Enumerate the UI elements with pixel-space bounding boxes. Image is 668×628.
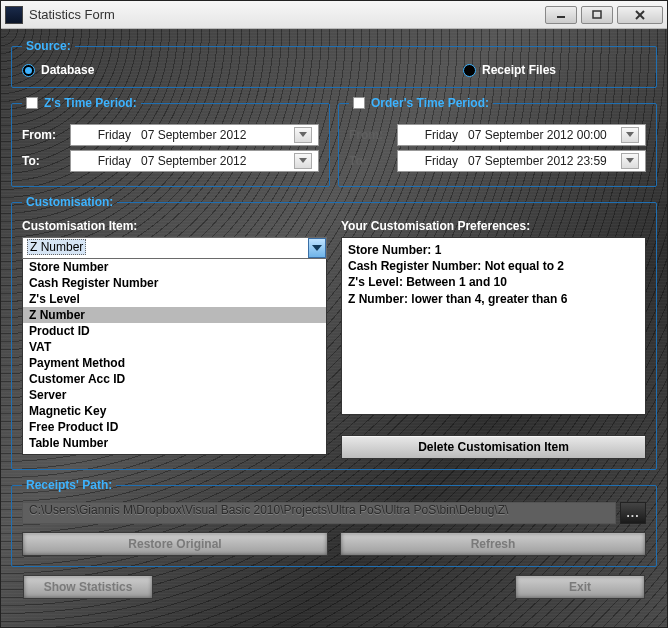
to-label: To: <box>349 154 389 168</box>
customisation-item-col: Customisation Item: Z Number Store Numbe… <box>22 219 327 459</box>
chevron-down-icon[interactable] <box>294 153 312 169</box>
dropdown-item[interactable]: Z's Level <box>23 291 326 307</box>
source-legend: Source: <box>22 39 75 53</box>
chevron-down-icon[interactable] <box>621 127 639 143</box>
close-button[interactable] <box>617 6 663 24</box>
window-frame: Statistics Form Source: Database Receipt… <box>0 0 668 628</box>
dropdown-item[interactable]: Free Product ID <box>23 419 326 435</box>
radio-label: Receipt Files <box>482 63 556 77</box>
receipts-path-group: Receipts' Path: C:\Users\Giannis M\Dropb… <box>11 478 657 567</box>
z-to-date-picker[interactable]: Friday 07 September 2012 <box>70 150 319 172</box>
dropdown-item[interactable]: Product ID <box>23 323 326 339</box>
titlebar[interactable]: Statistics Form <box>1 1 667 29</box>
z-time-period-legend: Z's Time Period: <box>22 96 141 110</box>
chevron-down-icon[interactable] <box>308 238 326 258</box>
order-time-period-group: Order's Time Period: From: Friday 07 Sep… <box>338 96 657 187</box>
svg-rect-1 <box>593 11 601 18</box>
z-time-period-group: Z's Time Period: From: Friday 07 Septemb… <box>11 96 330 187</box>
dropdown-item[interactable]: Payment Method <box>23 355 326 371</box>
customisation-prefs-label: Your Customisation Preferences: <box>341 219 646 233</box>
customisation-prefs-list[interactable]: Store Number: 1Cash Register Number: Not… <box>341 237 646 415</box>
browse-button[interactable]: ... <box>620 502 646 524</box>
from-label: From: <box>349 128 389 142</box>
radio-label: Database <box>41 63 94 77</box>
checkbox-icon[interactable] <box>26 97 38 109</box>
chevron-down-icon[interactable] <box>294 127 312 143</box>
window-title: Statistics Form <box>29 7 545 22</box>
customisation-item-combobox[interactable]: Z Number <box>22 237 327 259</box>
from-label: From: <box>22 128 62 142</box>
receipts-path-legend: Receipts' Path: <box>22 478 116 492</box>
app-icon <box>5 6 23 24</box>
order-time-period-legend: Order's Time Period: <box>349 96 493 110</box>
to-label: To: <box>22 154 62 168</box>
dropdown-item[interactable]: Store Number <box>23 259 326 275</box>
restore-original-button[interactable]: Restore Original <box>22 532 328 556</box>
pref-line[interactable]: Z Number: lower than 4, greater than 6 <box>348 291 639 307</box>
dropdown-item[interactable]: VAT <box>23 339 326 355</box>
dropdown-item[interactable]: Magnetic Key <box>23 403 326 419</box>
dropdown-item[interactable]: Z Number <box>23 307 326 323</box>
exit-button[interactable]: Exit <box>515 575 645 599</box>
minimize-button[interactable] <box>545 6 577 24</box>
maximize-button[interactable] <box>581 6 613 24</box>
radio-icon <box>22 64 35 77</box>
customisation-item-dropdown[interactable]: Store NumberCash Register NumberZ's Leve… <box>22 259 327 455</box>
customisation-item-label: Customisation Item: <box>22 219 327 233</box>
customisation-group: Customisation: Customisation Item: Z Num… <box>11 195 657 470</box>
dropdown-item[interactable]: Cash Register Number <box>23 275 326 291</box>
show-statistics-button[interactable]: Show Statistics <box>23 575 153 599</box>
refresh-button[interactable]: Refresh <box>340 532 646 556</box>
source-receipt-radio[interactable]: Receipt Files <box>463 63 556 77</box>
pref-line[interactable]: Z's Level: Between 1 and 10 <box>348 274 639 290</box>
receipts-path-input[interactable]: C:\Users\Giannis M\Dropbox\Visual Basic … <box>22 502 616 524</box>
pref-line[interactable]: Store Number: 1 <box>348 242 639 258</box>
chevron-down-icon[interactable] <box>621 153 639 169</box>
radio-icon <box>463 64 476 77</box>
dropdown-item[interactable]: Table Number <box>23 435 326 451</box>
dropdown-item[interactable]: Discount ID <box>23 451 326 455</box>
z-from-date-picker[interactable]: Friday 07 September 2012 <box>70 124 319 146</box>
dropdown-item[interactable]: Server <box>23 387 326 403</box>
pref-line[interactable]: Cash Register Number: Not equal to 2 <box>348 258 639 274</box>
checkbox-icon[interactable] <box>353 97 365 109</box>
customisation-legend: Customisation: <box>22 195 117 209</box>
dropdown-item[interactable]: Customer Acc ID <box>23 371 326 387</box>
customisation-prefs-col: Your Customisation Preferences: Store Nu… <box>341 219 646 459</box>
source-database-radio[interactable]: Database <box>22 63 94 77</box>
source-group: Source: Database Receipt Files <box>11 39 657 88</box>
content-area: Source: Database Receipt Files Z's Time … <box>1 29 667 627</box>
combobox-field[interactable]: Z Number <box>22 237 327 259</box>
order-from-date-picker[interactable]: Friday 07 September 2012 00:00 <box>397 124 646 146</box>
delete-customisation-item-button[interactable]: Delete Customisation Item <box>341 435 646 459</box>
order-to-date-picker[interactable]: Friday 07 September 2012 23:59 <box>397 150 646 172</box>
